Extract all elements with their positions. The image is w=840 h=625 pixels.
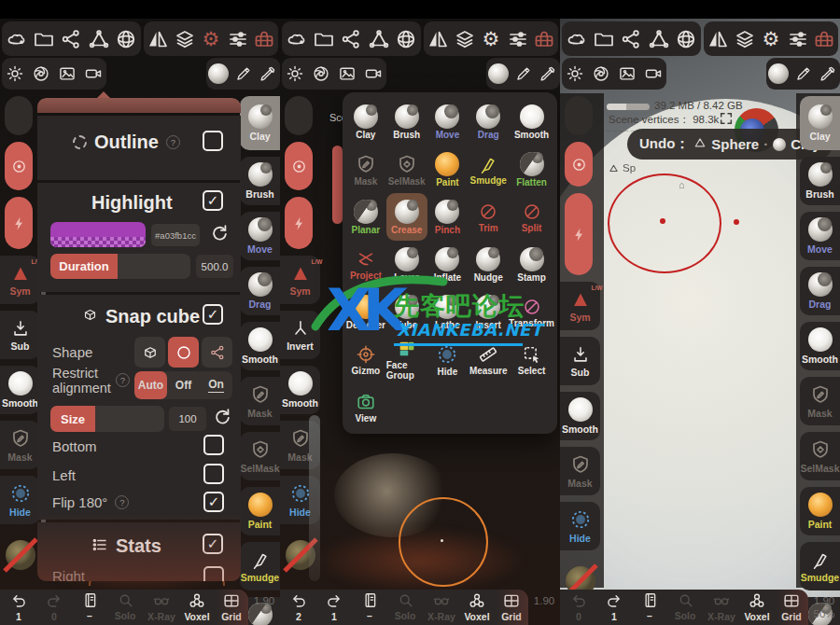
aperture-icon[interactable]: [29, 62, 54, 87]
mirror-icon[interactable]: [146, 26, 171, 51]
layers-icon[interactable]: [172, 26, 197, 51]
bottom-checkbox[interactable]: [203, 435, 224, 455]
alert-pill-bolt[interactable]: [285, 197, 313, 249]
duration-value[interactable]: 500.0: [196, 255, 233, 278]
tool-grid-clay[interactable]: Clay: [345, 98, 386, 146]
tool-grid-flatten[interactable]: Flatten: [509, 146, 554, 193]
home-icon[interactable]: ⌂: [679, 179, 685, 190]
grid-toggle-button[interactable]: Grid: [215, 591, 248, 622]
highlight-reset-icon[interactable]: [209, 223, 230, 247]
isolated-object-icon[interactable]: [0, 531, 40, 579]
tool-sym[interactable]: L/WSym: [560, 282, 600, 330]
voxel-remesh-button[interactable]: Voxel: [740, 591, 774, 622]
layers-icon[interactable]: [732, 26, 757, 51]
camera-icon[interactable]: [80, 62, 105, 87]
tool-drag[interactable]: Drag: [240, 267, 280, 315]
matcap-icon[interactable]: [206, 62, 231, 87]
tool-mask[interactable]: Mask: [0, 421, 40, 469]
mirror-icon[interactable]: [426, 26, 451, 51]
alert-pill-target[interactable]: [5, 142, 33, 190]
tool-smooth[interactable]: Smooth: [240, 322, 280, 370]
tool-smudge[interactable]: Smudge: [800, 542, 840, 590]
panel-header-bar[interactable]: [37, 98, 241, 113]
alert-pill-target[interactable]: [285, 142, 313, 190]
voxel-remesh-button[interactable]: Voxel: [180, 591, 214, 622]
tool-grid-lathe[interactable]: Lathe: [427, 288, 469, 336]
tool-hide[interactable]: Hide: [0, 476, 40, 524]
tool-grid-stamp[interactable]: Stamp: [509, 241, 554, 288]
history-journal-button[interactable]: –: [73, 591, 106, 621]
tool-move[interactable]: Move: [800, 212, 840, 260]
solo-button[interactable]: Solo: [388, 591, 422, 621]
wire-sphere-icon[interactable]: [394, 26, 419, 51]
tool-grid-insert[interactable]: Insert: [468, 288, 509, 336]
scene-blob-icon[interactable]: [564, 26, 589, 51]
tool-sub[interactable]: Sub: [560, 337, 600, 385]
collapsed-pill[interactable]: [5, 96, 33, 135]
wire-sphere-icon[interactable]: [674, 26, 699, 51]
share-nodes-icon[interactable]: [619, 26, 644, 51]
outline-help-icon[interactable]: ?: [166, 135, 180, 149]
flip-checkbox[interactable]: ✓: [203, 492, 224, 512]
tool-grid-gizmo[interactable]: Gizmo: [345, 336, 386, 383]
tool-grid-transform[interactable]: Transform: [509, 288, 554, 336]
tool-brush[interactable]: Brush: [240, 157, 280, 205]
tool-smooth[interactable]: Smooth: [280, 366, 320, 414]
tool-hide[interactable]: Hide: [560, 502, 600, 550]
sliders-icon[interactable]: [505, 26, 530, 51]
folder-icon[interactable]: [312, 26, 337, 51]
gear-icon[interactable]: ⚙: [199, 26, 224, 51]
grid-toggle-button[interactable]: Grid: [775, 591, 808, 622]
pencil-icon[interactable]: [511, 62, 535, 87]
tool-invert[interactable]: Invert: [280, 311, 320, 359]
toolbox-icon[interactable]: [532, 26, 557, 51]
history-journal-button[interactable]: –: [353, 591, 386, 621]
alert-pill-bolt[interactable]: [5, 197, 33, 249]
aperture-icon[interactable]: [309, 62, 334, 87]
tool-grid-planar[interactable]: Planar: [345, 193, 386, 241]
tool-grid-trim[interactable]: Trim: [468, 193, 509, 241]
tool-sym[interactable]: L/WSym: [0, 256, 40, 304]
scene-item-row[interactable]: Sp: [609, 162, 636, 174]
redo-button[interactable]: 0: [37, 591, 71, 622]
gear-icon[interactable]: ⚙: [759, 26, 784, 51]
share-nodes-icon[interactable]: [59, 26, 84, 51]
camera-icon[interactable]: [360, 62, 385, 87]
toolbox-icon[interactable]: [812, 26, 837, 51]
toolbox-icon[interactable]: [252, 26, 277, 51]
alert-pill-target[interactable]: [565, 142, 593, 187]
redo-button[interactable]: 1: [597, 591, 631, 622]
sun-icon[interactable]: [563, 62, 588, 87]
tool-grid-hide[interactable]: Hide: [427, 336, 469, 383]
wire-sphere-icon[interactable]: [114, 26, 139, 51]
pencil-icon[interactable]: [791, 62, 815, 87]
xray-button[interactable]: X-Ray: [425, 591, 458, 622]
restrict-off-option[interactable]: Off: [167, 371, 200, 399]
tool-grid-select[interactable]: Select: [509, 336, 554, 383]
stats-checkbox[interactable]: ✓: [203, 534, 223, 554]
duration-slider-track[interactable]: [118, 254, 190, 279]
highlight-checkbox[interactable]: ✓: [203, 190, 223, 211]
size-value[interactable]: 100: [169, 407, 206, 431]
shape-circle-button[interactable]: [168, 337, 199, 368]
tool-mask[interactable]: Mask: [800, 377, 840, 425]
image-icon[interactable]: [54, 62, 79, 87]
tool-grid-layer[interactable]: Layer: [386, 241, 427, 288]
matcap-icon[interactable]: [766, 62, 791, 87]
tool-grid-drag[interactable]: Drag: [468, 98, 509, 146]
tool-grid-project[interactable]: Project: [345, 241, 386, 288]
restrict-help-icon[interactable]: ?: [116, 373, 130, 387]
tool-grid-paint[interactable]: Paint: [427, 146, 469, 193]
scene-blob-icon[interactable]: [284, 26, 309, 51]
collapsed-pill[interactable]: [285, 96, 313, 135]
duration-slider-label[interactable]: Duration: [50, 254, 118, 279]
mirror-icon[interactable]: [706, 26, 731, 51]
tool-mask[interactable]: Mask: [240, 377, 280, 425]
matcap-icon[interactable]: [486, 62, 511, 87]
tool-grid-nudge[interactable]: Nudge: [468, 241, 509, 288]
aperture-icon[interactable]: [589, 62, 614, 87]
sliders-icon[interactable]: [785, 26, 810, 51]
tool-grid-smooth[interactable]: Smooth: [509, 98, 554, 146]
left-checkbox[interactable]: [203, 464, 224, 484]
shape-cube-button[interactable]: [134, 337, 165, 368]
